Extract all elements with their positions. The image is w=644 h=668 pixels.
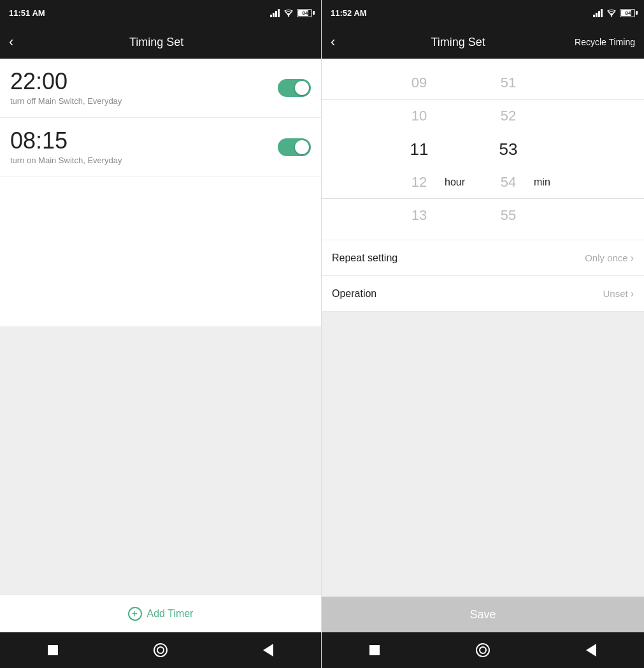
repeat-value-text: Only once [585,252,628,263]
right-title: Timing Set [341,36,575,49]
min-55: 55 [483,199,534,232]
timer-time-1: 08:15 [10,129,122,152]
repeat-setting-row[interactable]: Repeat setting Only once › [322,240,644,276]
min-52: 52 [483,99,534,133]
hour-label-col: hour [445,99,483,199]
picker-columns: 09 10 11 12 13 hour 51 52 53 54 55 [322,66,644,232]
right-stop-icon [369,645,380,655]
timer-info-0: 22:00 turn off Main Switch, Everyday [10,70,122,106]
svg-rect-8 [601,9,603,17]
picker-divider-top [322,99,644,100]
operation-chevron: › [631,288,634,300]
minute-column[interactable]: 51 52 53 54 55 [483,66,534,232]
timer-toggle-1[interactable] [278,138,311,156]
left-title: Timing Set [20,36,293,49]
timer-list: 22:00 turn off Main Switch, Everyday 08:… [0,59,321,326]
back-icon [263,644,273,657]
svg-rect-0 [270,15,272,17]
right-back-button[interactable]: ‹ [331,35,335,49]
right-time: 11:52 AM [331,8,367,18]
right-status-bar: 11:52 AM 84 [322,0,644,25]
wifi-icon [283,9,294,17]
left-top-bar: ‹ Timing Set [0,25,321,59]
timer-time-0: 22:00 [10,70,122,93]
min-51: 51 [483,66,534,99]
stop-icon [48,645,58,655]
operation-value-text: Unset [603,288,627,299]
operation-label: Operation [332,288,376,300]
right-signal-icon [593,9,603,17]
hour-13: 13 [394,199,445,232]
right-back-icon [586,644,596,657]
hour-12: 12 [394,166,445,199]
right-nav-home[interactable] [476,643,490,657]
operation-value: Unset › [603,288,634,300]
timer-info-1: 08:15 turn on Main Switch, Everyday [10,129,122,165]
hour-label: hour [445,166,465,199]
svg-point-9 [611,15,612,16]
timer-item-1: 08:15 turn on Main Switch, Everyday [0,118,321,177]
right-status-icons: 84 [593,9,635,17]
picker-divider-bottom [322,198,644,199]
add-icon: + [128,607,142,621]
picker-area: 09 10 11 12 13 hour 51 52 53 54 55 [322,59,644,240]
min-label: min [534,166,550,199]
home-icon [154,643,168,657]
right-battery-icon: 84 [620,9,635,17]
left-time: 11:51 AM [9,8,45,18]
timer-item-0: 22:00 turn off Main Switch, Everyday [0,59,321,118]
left-status-icons: 84 [270,9,312,17]
repeat-value: Only once › [585,252,634,264]
left-nav-home[interactable] [154,643,168,657]
svg-point-4 [288,15,289,16]
add-timer-bar[interactable]: + Add Timer [0,594,321,632]
hour-11: 11 [394,133,445,166]
left-grey-area [0,326,321,594]
hour-09: 09 [394,66,445,99]
left-nav-back[interactable] [263,644,273,657]
left-status-bar: 11:51 AM 84 [0,0,321,25]
svg-rect-6 [596,13,597,17]
operation-row[interactable]: Operation Unset › [322,276,644,312]
timer-desc-0: turn off Main Switch, Everyday [10,96,122,106]
battery-icon: 84 [297,9,312,17]
min-53: 53 [483,133,534,166]
min-54: 54 [483,166,534,199]
svg-rect-3 [278,9,280,17]
toggle-knob-1 [295,140,309,154]
signal-icon [270,9,280,17]
toggle-knob-0 [295,81,309,95]
timer-desc-1: turn on Main Switch, Everyday [10,156,122,165]
right-wifi-icon [606,9,617,17]
left-back-button[interactable]: ‹ [9,35,13,49]
hour-10: 10 [394,99,445,133]
repeat-label: Repeat setting [332,252,397,264]
left-nav-stop[interactable] [48,645,58,655]
right-grey-area [322,312,644,597]
right-bottom-nav [322,632,644,668]
left-bottom-nav [0,632,321,668]
right-home-icon [476,643,490,657]
settings-section: Repeat setting Only once › Operation Uns… [322,240,644,312]
save-button[interactable]: Save [322,597,644,632]
right-header-action[interactable]: Recycle Timing [575,37,635,47]
repeat-chevron: › [631,252,634,264]
right-nav-stop[interactable] [369,645,380,655]
svg-rect-2 [275,11,277,17]
timer-toggle-0[interactable] [278,79,311,97]
svg-rect-5 [593,15,595,17]
right-top-bar: ‹ Timing Set Recycle Timing [322,25,644,59]
add-timer-label: Add Timer [147,608,194,620]
hour-column[interactable]: 09 10 11 12 13 [394,66,445,232]
svg-rect-7 [598,11,600,17]
min-label-col: min [534,99,572,199]
right-nav-back[interactable] [586,644,596,657]
svg-rect-1 [273,13,275,17]
